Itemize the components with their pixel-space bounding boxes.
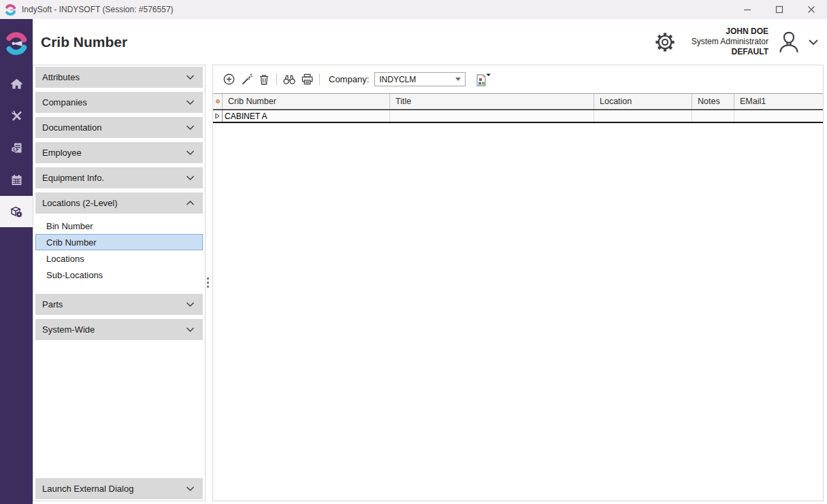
sidebar-item-bin-number[interactable]: Bin Number <box>35 218 203 234</box>
column-header-location[interactable]: Location <box>594 94 692 109</box>
add-circle-icon <box>223 73 236 86</box>
dropdown-caret-icon <box>455 78 461 81</box>
page-title: Crib Number <box>41 34 127 50</box>
maximize-icon <box>775 5 783 14</box>
marker-dot-icon <box>216 99 220 103</box>
item-label: Bin Number <box>46 221 93 231</box>
company-value: INDYCLM <box>379 75 416 84</box>
section-locations-2-level[interactable]: Locations (2-Level) <box>35 192 203 214</box>
cell-location <box>594 110 692 122</box>
toolbar-separator <box>319 73 320 85</box>
section-label: Equipment Info. <box>42 173 104 183</box>
item-label: Crib Number <box>46 237 97 248</box>
nav-home[interactable] <box>0 68 33 100</box>
delete-button[interactable] <box>255 71 273 88</box>
close-icon <box>807 5 815 14</box>
add-button[interactable] <box>220 71 238 88</box>
section-label: Companies <box>42 97 87 107</box>
section-attributes[interactable]: Attributes <box>35 67 203 88</box>
user-menu-button[interactable] <box>807 35 820 49</box>
section-system-wide[interactable]: System-Wide <box>35 319 203 340</box>
chevron-down-icon <box>184 147 196 158</box>
section-companies[interactable]: Companies <box>35 92 203 113</box>
chevron-down-icon <box>184 71 196 83</box>
company-select[interactable]: INDYCLM <box>374 72 466 86</box>
chevron-down-icon <box>184 299 196 310</box>
maximize-button[interactable] <box>763 0 795 19</box>
main-panel: Company: INDYCLM Crib Number Title Locat… <box>212 65 824 501</box>
chevron-down-icon <box>184 324 196 335</box>
nav-calendar[interactable] <box>0 164 33 196</box>
grid-marker-header[interactable] <box>213 94 223 109</box>
find-button[interactable] <box>280 71 298 88</box>
cell-crib-number: CABINET A <box>223 110 390 122</box>
user-name: JOHN DOE <box>692 27 768 37</box>
layout-options-icon <box>474 72 491 88</box>
toolbar: Company: INDYCLM <box>213 65 823 93</box>
panel-splitter[interactable] <box>206 65 212 501</box>
nav-rail: $ <box>0 19 33 504</box>
section-label: Locations (2-Level) <box>42 198 118 208</box>
table-row[interactable]: CABINET A <box>213 110 823 123</box>
chevron-down-icon <box>184 122 196 133</box>
section-parts[interactable]: Parts <box>35 294 203 315</box>
magic-wand-icon <box>240 73 253 86</box>
chevron-down-icon <box>184 97 196 108</box>
binoculars-icon <box>282 73 296 86</box>
user-avatar-icon <box>775 29 802 56</box>
print-button[interactable] <box>298 71 316 88</box>
minimize-button[interactable] <box>731 0 763 19</box>
window-controls <box>731 0 827 19</box>
nav-tools[interactable] <box>0 100 33 132</box>
invoice-icon: $ <box>10 141 24 155</box>
column-header-notes[interactable]: Notes <box>692 94 734 109</box>
row-pointer-icon <box>215 113 220 119</box>
gear-icon <box>653 31 677 54</box>
section-documentation[interactable]: Documentation <box>35 117 203 138</box>
item-label: Locations <box>46 254 84 264</box>
cell-notes <box>692 110 734 122</box>
section-employee[interactable]: Employee <box>35 142 203 163</box>
section-label: Employee <box>42 148 82 158</box>
cube-gear-icon <box>9 204 24 219</box>
settings-button[interactable] <box>653 31 677 54</box>
chevron-down-icon <box>184 172 196 184</box>
chevron-down-icon <box>184 483 196 494</box>
grid-header-row: Crib Number Title Location Notes EMail1 <box>213 93 823 110</box>
sidebar-item-sub-locations[interactable]: Sub-Locations <box>35 267 203 283</box>
close-button[interactable] <box>795 0 827 19</box>
layout-options-button[interactable] <box>474 71 493 88</box>
header-right: JOHN DOE System Administrator DEFAULT <box>653 27 827 57</box>
section-label: Launch External Dialog <box>42 484 133 494</box>
page-header: Crib Number <box>33 19 827 65</box>
column-header-email1[interactable]: EMail1 <box>734 94 823 109</box>
svg-text:$: $ <box>12 147 15 152</box>
app-logo-icon <box>5 4 16 16</box>
printer-icon <box>301 73 314 86</box>
cell-title <box>390 110 594 122</box>
home-icon <box>10 77 24 91</box>
company-label: Company: <box>329 74 369 84</box>
titlebar: IndySoft - INDYSOFT (Session: #576557) <box>0 0 827 19</box>
nav-billing[interactable]: $ <box>0 132 33 164</box>
toolbar-separator <box>276 73 277 85</box>
sidebar-item-locations[interactable]: Locations <box>35 250 203 267</box>
cell-email1 <box>734 110 823 122</box>
column-header-title[interactable]: Title <box>390 94 594 109</box>
minimize-icon <box>743 5 751 14</box>
section-label: Documentation <box>42 122 101 133</box>
avatar[interactable] <box>775 29 802 56</box>
chevron-down-icon <box>807 35 820 49</box>
section-launch-external-dialog[interactable]: Launch External Dialog <box>35 478 203 499</box>
sidebar: Attributes Companies Documentation Emplo… <box>33 65 206 501</box>
user-role: System Administrator <box>692 37 768 47</box>
item-label: Sub-Locations <box>46 270 103 280</box>
edit-wand-button[interactable] <box>238 71 255 88</box>
section-label: Attributes <box>42 72 80 82</box>
section-equipment-info[interactable]: Equipment Info. <box>35 167 203 188</box>
calendar-icon <box>10 173 24 187</box>
nav-inventory[interactable] <box>0 196 33 227</box>
indysoft-logo-icon <box>0 19 33 68</box>
column-header-crib-number[interactable]: Crib Number <box>223 94 390 109</box>
sidebar-item-crib-number[interactable]: Crib Number <box>35 234 203 250</box>
